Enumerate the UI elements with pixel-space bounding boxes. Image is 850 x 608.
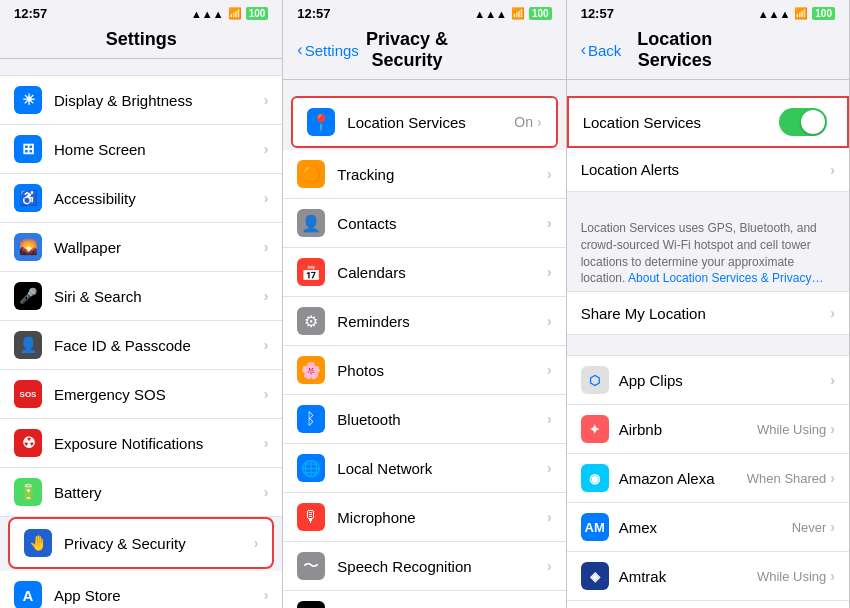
signal-icon-2: ▲▲▲ [474,8,507,20]
chevron-home-screen: › [264,141,269,157]
status-bar-3: 12:57 ▲▲▲ 📶 100 [567,0,849,25]
label-faceid: Face ID & Passcode [54,337,264,354]
settings-item-home-screen[interactable]: ⊞Home Screen› [0,125,282,174]
label-accessibility: Accessibility [54,190,264,207]
icon-app-amazon-alexa: ◉ [581,464,609,492]
privacy-item-calendars[interactable]: 📅Calendars› [283,248,565,297]
chevron-privacy-speech-recognition: › [547,558,552,574]
privacy-section: 📍Location ServicesOn›🟠Tracking›👤Contacts… [283,96,565,608]
location-top-section: Location Services Location Alerts › [567,96,849,192]
nav-bar-3: ‹ Back Location Services [567,25,849,80]
status-bar-1: 12:57 ▲▲▲ 📶 100 [0,0,282,25]
battery-1: 100 [246,7,269,20]
settings-item-battery[interactable]: 🔋Battery› [0,468,282,517]
location-services-toggle[interactable] [779,108,827,136]
back-to-privacy[interactable]: ‹ Back [581,41,622,59]
icon-display: ☀ [14,86,42,114]
settings-item-exposure[interactable]: ☢Exposure Notifications› [0,419,282,468]
chevron-privacy-photos: › [547,362,552,378]
wifi-icon-1: 📶 [228,7,242,20]
icon-privacy-reminders: ⚙ [297,307,325,335]
label-app-store: App Store [54,587,264,604]
settings-item-privacy[interactable]: 🤚Privacy & Security› [8,517,274,569]
settings-item-faceid[interactable]: 👤Face ID & Passcode› [0,321,282,370]
label-emergency-sos: Emergency SOS [54,386,264,403]
value-privacy-location-services: On [514,114,533,130]
label-privacy-calendars: Calendars [337,264,543,281]
nav-title-1: Settings [99,29,184,50]
privacy-item-microphone[interactable]: 🎙Microphone› [283,493,565,542]
label-privacy: Privacy & Security [64,535,254,552]
privacy-item-tracking[interactable]: 🟠Tracking› [283,150,565,199]
label-privacy-location-services: Location Services [347,114,514,131]
chevron-privacy-contacts: › [547,215,552,231]
status-icons-1: ▲▲▲ 📶 100 [191,7,268,20]
app-item-app-store[interactable]: AApp StoreNever› [567,601,849,608]
chevron-privacy-location-services: › [537,114,542,130]
chevron-privacy-calendars: › [547,264,552,280]
privacy-item-camera[interactable]: 📷Camera› [283,591,565,608]
chevron-faceid: › [264,337,269,353]
icon-emergency-sos: SOS [14,380,42,408]
location-info-link[interactable]: About Location Services & Privacy… [628,271,823,285]
icon-wallpaper: 🌄 [14,233,42,261]
icon-accessibility: ♿ [14,184,42,212]
icon-home-screen: ⊞ [14,135,42,163]
value-app-airbnb: While Using [757,422,826,437]
label-siri: Siri & Search [54,288,264,305]
settings-item-app-store[interactable]: AApp Store› [0,571,282,608]
app-item-amazon-alexa[interactable]: ◉Amazon AlexaWhen Shared› [567,454,849,503]
location-services-panel: 12:57 ▲▲▲ 📶 100 ‹ Back Location Services… [567,0,850,608]
privacy-item-local-network[interactable]: 🌐Local Network› [283,444,565,493]
privacy-items: 📍Location ServicesOn›🟠Tracking›👤Contacts… [283,96,565,608]
chevron-siri: › [264,288,269,304]
time-1: 12:57 [14,6,47,21]
settings-item-siri[interactable]: 🎤Siri & Search› [0,272,282,321]
label-privacy-contacts: Contacts [337,215,543,232]
location-services-toggle-row[interactable]: Location Services [567,96,849,148]
share-my-location-label: Share My Location [581,305,831,322]
chevron-emergency-sos: › [264,386,269,402]
app-items: ⬡App Clips›✦AirbnbWhile Using›◉Amazon Al… [567,355,849,608]
location-alerts-label: Location Alerts [581,161,831,178]
label-app-amtrak: Amtrak [619,568,757,585]
icon-privacy-camera: 📷 [297,601,325,608]
settings-item-display[interactable]: ☀Display & Brightness› [0,75,282,125]
privacy-item-bluetooth[interactable]: ᛒBluetooth› [283,395,565,444]
settings-item-emergency-sos[interactable]: SOSEmergency SOS› [0,370,282,419]
icon-privacy-microphone: 🎙 [297,503,325,531]
label-privacy-local-network: Local Network [337,460,543,477]
label-exposure: Exposure Notifications [54,435,264,452]
signal-icon-3: ▲▲▲ [758,8,791,20]
label-battery: Battery [54,484,264,501]
back-to-settings[interactable]: ‹ Settings [297,41,359,59]
privacy-item-location-services[interactable]: 📍Location ServicesOn› [291,96,557,148]
privacy-item-photos[interactable]: 🌸Photos› [283,346,565,395]
label-privacy-tracking: Tracking [337,166,543,183]
back-label-3: Back [588,42,621,59]
privacy-item-speech-recognition[interactable]: 〜Speech Recognition› [283,542,565,591]
app-item-airbnb[interactable]: ✦AirbnbWhile Using› [567,405,849,454]
settings-item-accessibility[interactable]: ♿Accessibility› [0,174,282,223]
back-label-2: Settings [305,42,359,59]
nav-bar-2: ‹ Settings Privacy & Security [283,25,565,80]
status-icons-2: ▲▲▲ 📶 100 [474,7,551,20]
battery-3: 100 [812,7,835,20]
chevron-privacy-tracking: › [547,166,552,182]
chevron-privacy-reminders: › [547,313,552,329]
privacy-item-reminders[interactable]: ⚙Reminders› [283,297,565,346]
label-app-airbnb: Airbnb [619,421,757,438]
location-info-text: Location Services uses GPS, Bluetooth, a… [567,212,849,291]
app-item-amex[interactable]: AMAmexNever› [567,503,849,552]
icon-faceid: 👤 [14,331,42,359]
location-alerts-row[interactable]: Location Alerts › [567,148,849,192]
privacy-item-contacts[interactable]: 👤Contacts› [283,199,565,248]
label-wallpaper: Wallpaper [54,239,264,256]
time-2: 12:57 [297,6,330,21]
app-item-app-clips[interactable]: ⬡App Clips› [567,355,849,405]
app-item-amtrak[interactable]: ◈AmtrakWhile Using› [567,552,849,601]
value-app-amazon-alexa: When Shared [747,471,827,486]
settings-item-wallpaper[interactable]: 🌄Wallpaper› [0,223,282,272]
share-my-location-row[interactable]: Share My Location › [567,291,849,335]
icon-app-airbnb: ✦ [581,415,609,443]
